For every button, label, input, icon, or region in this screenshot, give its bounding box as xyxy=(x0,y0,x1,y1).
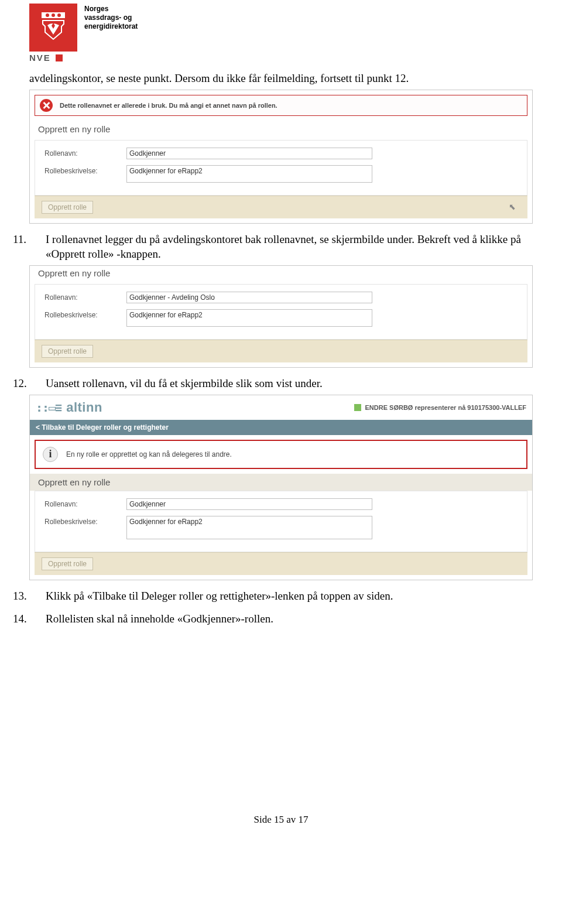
info-icon: i xyxy=(43,447,58,462)
screenshot-error-panel: Dette rollenavnet er allerede i bruk. Du… xyxy=(29,90,533,224)
paragraph-intro: avdelingskontor, se neste punkt. Dersom … xyxy=(29,71,533,86)
form-title: Opprett en ny rolle xyxy=(30,122,532,140)
input-rollenavn[interactable] xyxy=(126,148,372,159)
altinn-logo: ::▭≡ altinn xyxy=(36,400,102,415)
label-rollenavn: Rollenavn: xyxy=(44,498,126,508)
error-banner: Dette rollenavnet er allerede i bruk. Du… xyxy=(35,95,527,116)
svg-point-2 xyxy=(52,13,55,17)
input-rollenavn[interactable] xyxy=(126,292,372,303)
org-name: Norges vassdrags- og energidirektorat xyxy=(84,4,138,31)
user-icon xyxy=(354,404,361,411)
error-text: Dette rollenavnet er allerede i bruk. Du… xyxy=(60,102,277,109)
textarea-rollebeskrivelse[interactable] xyxy=(126,165,372,183)
altinn-brand-text: altinn xyxy=(66,400,102,415)
label-rollenavn: Rollenavn: xyxy=(44,292,126,302)
input-rollenavn[interactable] xyxy=(126,498,372,510)
error-icon xyxy=(40,99,53,112)
label-rollebeskrivelse: Rollebeskrivelse: xyxy=(44,516,126,526)
nve-abbr: NVE xyxy=(29,53,51,63)
step-12: 12.Uansett rollenavn, vil du få et skjer… xyxy=(29,376,533,391)
page-footer: Side 15 av 17 xyxy=(29,814,533,826)
step-11: 11.I rollenavnet legger du på avdelingsk… xyxy=(29,232,533,262)
label-rollenavn: Rollenavn: xyxy=(44,148,126,158)
nve-abbr-row: NVE xyxy=(29,53,533,63)
screenshot-altinn-panel: ::▭≡ altinn ENDRE SØRBØ representerer nå… xyxy=(29,395,533,580)
nve-crest-icon xyxy=(29,4,77,52)
info-banner: i En ny rolle er opprettet og kan nå del… xyxy=(35,440,527,469)
opprett-rolle-button[interactable]: Opprett rolle xyxy=(42,557,93,570)
textarea-rollebeskrivelse[interactable] xyxy=(126,309,372,327)
step-14: 14.Rollelisten skal nå inneholde «Godkje… xyxy=(29,611,533,627)
altinn-mark-icon: ::▭≡ xyxy=(36,401,61,415)
svg-point-1 xyxy=(46,13,49,17)
form-title: Opprett en ny rolle xyxy=(30,474,532,491)
label-rollebeskrivelse: Rollebeskrivelse: xyxy=(44,165,126,175)
svg-point-3 xyxy=(57,13,61,17)
representative-line: ENDRE SØRBØ representerer nå 910175300-V… xyxy=(354,404,526,411)
step-13: 13.Klikk på «Tilbake til Deleger roller … xyxy=(29,588,533,604)
form-title: Opprett en ny rolle xyxy=(30,266,532,284)
opprett-rolle-button[interactable]: Opprett rolle xyxy=(42,345,93,358)
doc-header: Norges vassdrags- og energidirektorat xyxy=(29,0,533,52)
back-link-bar[interactable]: < Tilbake til Deleger roller og rettighe… xyxy=(30,420,532,435)
label-rollebeskrivelse: Rollebeskrivelse: xyxy=(44,309,126,319)
opprett-rolle-button[interactable]: Opprett rolle xyxy=(42,201,93,214)
info-text: En ny rolle er opprettet og kan nå deleg… xyxy=(66,450,232,458)
textarea-rollebeskrivelse[interactable] xyxy=(126,516,372,539)
cursor-icon: ⬉ xyxy=(509,201,520,211)
screenshot-opprett-panel: Opprett en ny rolle Rollenavn: Rollebesk… xyxy=(29,265,533,368)
nve-square-icon xyxy=(56,54,63,61)
